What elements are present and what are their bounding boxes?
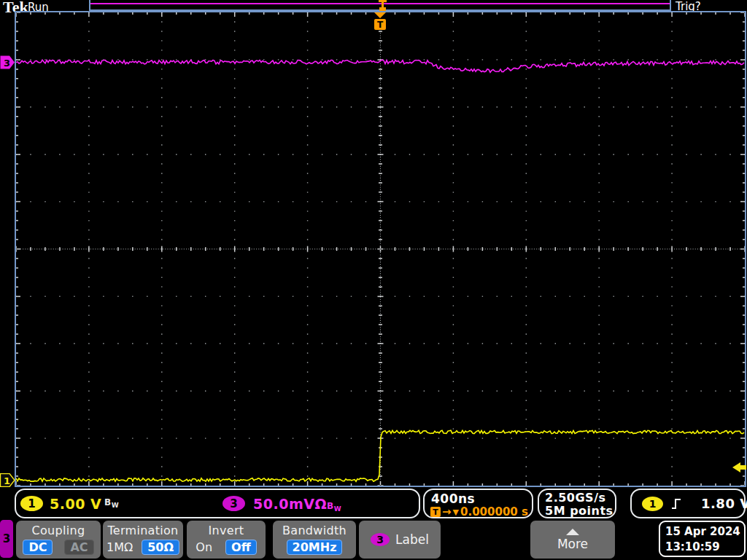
arrow-icon: → <box>442 505 452 518</box>
sample-rate: 2.50GS/s <box>545 491 606 505</box>
coupling-dc-option[interactable]: DC <box>23 540 53 555</box>
invert-on-option[interactable]: On <box>196 540 212 554</box>
trigger-slope-icon <box>670 497 682 511</box>
trigger-level-arrow[interactable] <box>732 462 746 472</box>
svg-text:3: 3 <box>4 58 10 69</box>
acquisition-readout-box[interactable]: 2.50GS/s 5M points <box>538 489 616 518</box>
trigger-source-badge[interactable]: 1 <box>642 497 663 511</box>
graticule-canvas <box>16 12 745 486</box>
coupling-ac-option[interactable]: AC <box>64 540 93 555</box>
ch3-badge[interactable]: 3 <box>222 496 245 511</box>
invert-off-option[interactable]: Off <box>225 540 257 555</box>
termination-50ohm-option[interactable]: 50Ω <box>142 540 179 555</box>
date-text: 15 Apr 2024 <box>665 524 744 540</box>
more-label: More <box>557 537 588 551</box>
ch1-ground-marker[interactable]: 1 <box>0 473 15 487</box>
trigger-t-chip-icon: T <box>430 507 441 517</box>
ch1-scale: 5.00 V <box>50 496 101 512</box>
oscilloscope-screen: Tek Run Trig? T 3 1 1 <box>0 0 747 560</box>
trigger-level-value: 1.80 V <box>701 496 747 511</box>
delay-marker-icon: ▼ <box>453 508 459 517</box>
termination-1mohm-option[interactable]: 1MΩ <box>107 540 133 554</box>
invert-button[interactable]: Invert On Off <box>187 521 266 559</box>
trigger-level-arrow-tail <box>740 465 746 470</box>
label-text: Label <box>395 532 429 547</box>
trigger-position-marker[interactable]: T <box>374 12 386 30</box>
bandwidth-label: Bandwidth <box>273 521 356 537</box>
termination-label: Termination <box>103 521 183 537</box>
svg-text:1: 1 <box>4 475 10 486</box>
more-up-arrow-icon <box>566 529 579 535</box>
label-button[interactable]: 3 Label <box>359 521 441 559</box>
trigger-t-icon: T <box>374 19 386 30</box>
datetime-box: 15 Apr 2024 13:10:59 <box>659 521 746 557</box>
coupling-label: Coupling <box>16 521 101 537</box>
ch1-bw-limit: BW <box>104 497 119 509</box>
bandwidth-20mhz-option[interactable]: 20MHz <box>287 540 343 555</box>
graticule <box>15 11 746 487</box>
time-text: 13:10:59 <box>665 540 744 555</box>
trigger-down-arrow-icon <box>374 12 386 18</box>
trigger-readout-box[interactable]: 1 1.80 V <box>630 489 746 518</box>
record-length: 5M points <box>545 504 614 518</box>
record-view-bar[interactable] <box>89 0 671 11</box>
ch3-impedance: Ω <box>314 496 327 512</box>
invert-label: Invert <box>187 521 266 537</box>
channel3-menu-tab[interactable]: 3 <box>0 520 13 558</box>
ch3-scale: 50.0mVΩBW <box>253 496 341 513</box>
grid-dots <box>16 12 745 486</box>
ch3-bw-limit: BW <box>327 501 341 511</box>
label-ch3-badge: 3 <box>371 533 390 546</box>
ch1-badge[interactable]: 1 <box>20 496 43 511</box>
channel-readout-box[interactable]: 1 5.00 V BW 3 50.0mVΩBW <box>15 489 420 518</box>
trigger-level-left-arrow-icon <box>732 462 740 472</box>
ch3-ground-marker[interactable]: 3 <box>0 55 15 69</box>
more-button[interactable]: More <box>530 521 615 559</box>
termination-button[interactable]: Termination 1MΩ 50Ω <box>103 521 183 559</box>
horizontal-readout-box[interactable]: 400ns T→▼0.000000 s <box>423 489 533 518</box>
bandwidth-button[interactable]: Bandwidth 20MHz <box>273 521 356 559</box>
timebase-value: 400ns <box>431 491 475 506</box>
record-view-trigger-marker-icon[interactable] <box>379 0 387 11</box>
horizontal-position-value: 0.000000 s <box>460 505 528 518</box>
coupling-button[interactable]: Coupling DC AC <box>16 521 101 559</box>
horizontal-position: T→▼0.000000 s <box>430 505 528 518</box>
